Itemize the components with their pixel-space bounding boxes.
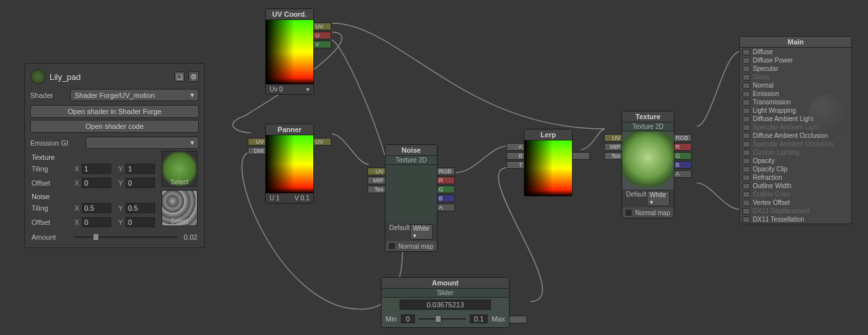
emission-gi-label: Emission GI [30,139,82,147]
main-input-opacity[interactable]: Opacity [740,157,851,165]
help-button[interactable]: ❏ [174,72,185,82]
main-input-specular[interactable]: Specular [740,64,851,73]
noise-tiling-x[interactable] [82,203,111,213]
socket-icon[interactable] [743,108,750,114]
panner-node[interactable]: Panner UV Dist UV U 1V 0.1 [265,124,314,204]
texture-tiling-x[interactable] [82,164,111,174]
amount-value: 0.02 [184,233,198,241]
texture-node[interactable]: Texture Texture 2D UV MIP Tex RGB R G B … [622,111,674,218]
main-input-diffuse[interactable]: Diffuse [740,48,851,56]
open-shader-code-button[interactable]: Open shader code [30,120,199,133]
socket-icon[interactable] [743,116,750,122]
amount-slider[interactable] [74,236,178,238]
tiling-label: Tiling [32,165,68,173]
lerp-preview: A B T [524,140,572,196]
shader-dropdown[interactable]: Shader Forge/UV_motion▾ [70,89,199,101]
noise-offset-y[interactable] [125,217,155,227]
amount-max-field[interactable]: 0.1 [470,314,488,323]
material-name: Lily_pad [50,72,171,82]
socket-icon[interactable] [743,99,750,106]
offset-label: Offset [32,179,68,187]
amount-node-slider[interactable] [419,318,466,320]
socket-icon[interactable] [743,57,750,64]
uv-out-port[interactable]: UV [313,23,331,30]
noise-offset-x[interactable] [82,217,111,227]
texture-offset-x[interactable] [82,178,111,188]
socket-icon[interactable] [743,49,750,55]
u-out-port[interactable]: U [313,32,331,39]
y-label: Y [114,165,123,173]
shader-label: Shader [30,91,66,99]
texture-preview: UV MIP Tex RGB R G B A [622,131,674,189]
main-input-refraction[interactable]: Refraction [740,173,851,182]
socket-icon[interactable] [743,158,750,164]
texture-tiling-y[interactable] [125,164,155,174]
texture-thumbnail[interactable]: Select [162,151,198,187]
chevron-down-icon: ▾ [190,91,194,99]
material-icon [30,69,46,84]
main-input-specular-ambient-occlusion[interactable]: Specular Ambient Occlusion [740,140,851,148]
socket-icon[interactable] [743,124,750,131]
gear-icon[interactable]: ⚙ [189,72,199,82]
x-label: X [70,165,79,173]
preview-sphere [808,95,847,135]
main-input-opacity-clip[interactable]: Opacity Clip [740,165,851,173]
amount-label: Amount [32,233,68,241]
noise-thumbnail[interactable]: Select [162,190,198,226]
uv-coord-node[interactable]: UV Coord. UV U V Uv 0▾ [265,8,314,95]
texture-default-dropdown[interactable]: White ▾ [647,191,670,206]
socket-icon[interactable] [743,200,750,206]
socket-icon[interactable] [743,166,750,173]
panner-dist-in[interactable]: Dist [248,147,266,155]
noise-preview: UV MIP Tex RGB R G B A [385,165,437,223]
open-shader-forge-button[interactable]: Open shader in Shader Forge [30,105,199,118]
main-output-panel[interactable]: Main DiffuseDiffuse PowerSpecularGlossNo… [739,36,852,224]
main-input-dx11-tessellation[interactable]: DX11 Tessellation [740,215,851,224]
amount-node[interactable]: Amount Slider 0.03675213 Min 0 0.1 Max [381,277,510,328]
socket-icon[interactable] [743,66,750,72]
main-input-outline-width[interactable]: Outline Width [740,182,851,190]
main-input-diffuse-power[interactable]: Diffuse Power [740,56,851,64]
socket-icon[interactable] [743,183,750,189]
socket-icon[interactable] [743,216,750,223]
noise-normal-checkbox[interactable] [388,242,396,250]
amount-out-port[interactable] [509,316,527,323]
socket-icon[interactable] [743,175,750,181]
noise-default-dropdown[interactable]: White ▾ [410,224,433,240]
socket-icon[interactable] [743,74,750,81]
panner-uv-in[interactable]: UV [248,138,266,146]
noise-node[interactable]: Noise Texture 2D UV MIP Tex RGB R G B A … [385,144,438,252]
panner-preview: UV Dist UV [266,135,313,193]
noise-tiling-y[interactable] [125,203,155,213]
amount-min-field[interactable]: 0 [401,314,415,323]
panner-uv-out[interactable]: UV [313,138,331,146]
main-input-custom-lighting[interactable]: Custom Lighting [740,148,851,157]
inspector-panel: Lily_pad ❏ ⚙ Shader Shader Forge/UV_moti… [24,63,205,248]
socket-icon[interactable] [743,149,750,156]
texture-normal-checkbox[interactable] [625,209,633,216]
socket-icon[interactable] [743,91,750,97]
v-out-port[interactable]: V [313,41,331,48]
amount-value-field[interactable]: 0.03675213 [400,300,491,310]
main-input-dx11-displacement[interactable]: DX11 Displacement [740,207,851,215]
socket-icon[interactable] [743,133,750,139]
socket-icon[interactable] [743,208,750,215]
socket-icon[interactable] [743,141,750,148]
main-input-vertex-offset[interactable]: Vertex Offset [740,198,851,207]
chevron-down-icon: ▾ [190,139,194,147]
chevron-down-icon[interactable]: ▾ [306,86,309,93]
socket-icon[interactable] [743,82,750,89]
texture-offset-y[interactable] [125,178,155,188]
socket-icon[interactable] [743,191,750,198]
main-input-outline-color[interactable]: Outline Color [740,190,851,198]
lerp-node[interactable]: Lerp A B T [524,129,573,196]
emission-gi-dropdown[interactable]: ▾ [86,137,199,149]
uv-preview: UV U V [266,20,313,84]
main-input-normal[interactable]: Normal [740,81,851,90]
main-input-gloss[interactable]: Gloss [740,73,851,81]
